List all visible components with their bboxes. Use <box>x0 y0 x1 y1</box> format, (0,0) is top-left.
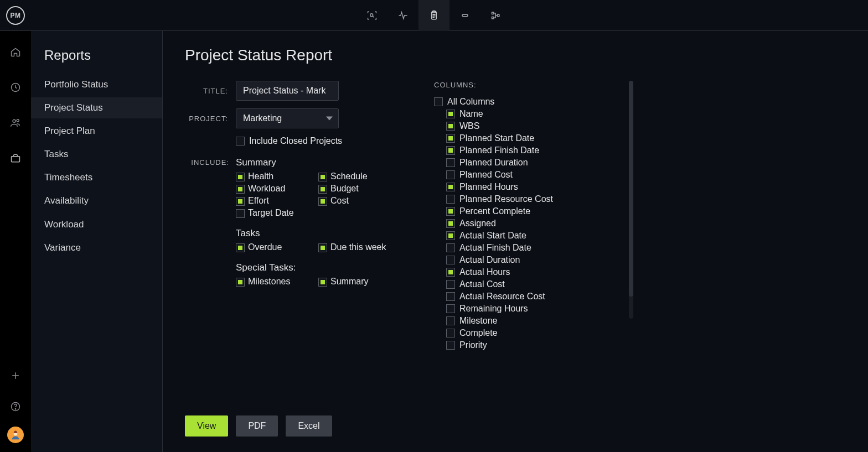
avatar[interactable] <box>7 427 24 443</box>
sidebar-item-portfolio-status[interactable]: Portfolio Status <box>31 74 162 95</box>
summary-option-effort[interactable]: Effort <box>236 196 313 206</box>
column-name[interactable]: Name <box>434 109 611 119</box>
checkbox[interactable] <box>236 185 245 194</box>
summary-option-cost[interactable]: Cost <box>318 196 395 206</box>
content-area: Project Status Report Title: Project: Ma… <box>163 31 868 452</box>
column-planned-hours[interactable]: Planned Hours <box>434 182 611 192</box>
summary-option-health[interactable]: Health <box>236 172 313 181</box>
column-planned-finish-date[interactable]: Planned Finish Date <box>434 146 611 155</box>
pdf-button[interactable]: PDF <box>236 415 278 437</box>
excel-button[interactable]: Excel <box>286 415 332 437</box>
checkbox[interactable] <box>446 316 455 325</box>
columns-scrollbar[interactable] <box>629 81 633 319</box>
checkbox[interactable] <box>446 110 455 118</box>
column-actual-duration[interactable]: Actual Duration <box>434 255 611 265</box>
checkbox[interactable] <box>446 134 455 143</box>
checkbox[interactable] <box>446 183 455 191</box>
checkbox[interactable] <box>446 195 455 204</box>
include-closed-checkbox[interactable] <box>236 137 245 146</box>
clipboard-icon[interactable] <box>418 0 450 31</box>
flow-icon[interactable] <box>480 0 512 31</box>
add-icon[interactable] <box>4 365 27 387</box>
search-scan-icon[interactable] <box>356 0 388 31</box>
checkbox[interactable] <box>236 173 245 181</box>
column-all-columns[interactable]: All Columns <box>434 97 611 107</box>
activity-icon[interactable] <box>388 0 418 31</box>
sidebar-item-workload[interactable]: Workload <box>31 214 162 235</box>
column-actual-resource-cost[interactable]: Actual Resource Cost <box>434 292 611 302</box>
column-actual-finish-date[interactable]: Actual Finish Date <box>434 243 611 253</box>
checkbox[interactable] <box>446 280 455 289</box>
checkbox[interactable] <box>236 243 245 252</box>
checkbox[interactable] <box>446 146 455 155</box>
summary-option-budget[interactable]: Budget <box>318 184 395 194</box>
column-actual-start-date[interactable]: Actual Start Date <box>434 231 611 241</box>
checkbox[interactable] <box>318 185 327 194</box>
checkbox[interactable] <box>318 243 327 252</box>
sidebar-item-availability[interactable]: Availability <box>31 190 162 211</box>
checkbox[interactable] <box>446 219 455 228</box>
column-label: Planned Hours <box>459 182 518 192</box>
attachment-icon[interactable] <box>450 0 480 31</box>
title-label: Title: <box>185 87 236 95</box>
option-label: Budget <box>330 184 359 194</box>
special-option-milestones[interactable]: Milestones <box>236 277 313 287</box>
sidebar-item-project-plan[interactable]: Project Plan <box>31 121 162 142</box>
summary-option-workload[interactable]: Workload <box>236 184 313 194</box>
summary-option-schedule[interactable]: Schedule <box>318 172 395 181</box>
column-remaining-hours[interactable]: Remaining Hours <box>434 304 611 314</box>
checkbox[interactable] <box>446 329 455 337</box>
help-icon[interactable] <box>4 396 27 418</box>
checkbox[interactable] <box>318 278 327 287</box>
tasks-option-due-this-week[interactable]: Due this week <box>318 242 395 252</box>
checkbox[interactable] <box>236 209 245 218</box>
column-milestone[interactable]: Milestone <box>434 316 611 326</box>
column-planned-duration[interactable]: Planned Duration <box>434 158 611 168</box>
tasks-option-overdue[interactable]: Overdue <box>236 242 313 252</box>
sidebar-item-variance[interactable]: Variance <box>31 237 162 258</box>
logo[interactable]: PM <box>0 0 31 31</box>
column-planned-start-date[interactable]: Planned Start Date <box>434 133 611 143</box>
briefcase-icon[interactable] <box>4 147 27 169</box>
sidebar-item-timesheets[interactable]: Timesheets <box>31 167 162 188</box>
project-select[interactable]: Marketing <box>236 108 339 128</box>
column-complete[interactable]: Complete <box>434 328 611 338</box>
checkbox[interactable] <box>318 173 327 181</box>
checkbox[interactable] <box>434 97 443 106</box>
column-wbs[interactable]: WBS <box>434 121 611 131</box>
checkbox[interactable] <box>446 292 455 301</box>
column-actual-cost[interactable]: Actual Cost <box>434 279 611 289</box>
column-assigned[interactable]: Assigned <box>434 219 611 228</box>
checkbox[interactable] <box>446 122 455 131</box>
checkbox[interactable] <box>446 170 455 179</box>
title-input[interactable] <box>236 81 339 101</box>
checkbox[interactable] <box>446 256 455 264</box>
checkbox[interactable] <box>318 197 327 206</box>
column-priority[interactable]: Priority <box>434 340 611 350</box>
column-actual-hours[interactable]: Actual Hours <box>434 267 611 277</box>
column-planned-cost[interactable]: Planned Cost <box>434 170 611 180</box>
column-percent-complete[interactable]: Percent Complete <box>434 206 611 216</box>
column-planned-resource-cost[interactable]: Planned Resource Cost <box>434 194 611 204</box>
view-button[interactable]: View <box>185 415 228 437</box>
checkbox[interactable] <box>446 341 455 350</box>
checkbox[interactable] <box>446 207 455 216</box>
summary-section-title: Summary <box>236 157 395 168</box>
sidebar-item-project-status[interactable]: Project Status <box>31 97 162 118</box>
checkbox[interactable] <box>236 278 245 287</box>
sidebar-item-tasks[interactable]: Tasks <box>31 144 162 165</box>
summary-option-target-date[interactable]: Target Date <box>236 208 313 218</box>
clock-icon[interactable] <box>4 76 27 98</box>
checkbox[interactable] <box>446 158 455 167</box>
tasks-section-title: Tasks <box>236 228 395 239</box>
checkbox[interactable] <box>236 197 245 206</box>
checkbox[interactable] <box>446 304 455 313</box>
checkbox[interactable] <box>446 243 455 252</box>
checkbox[interactable] <box>446 268 455 277</box>
special-section-title: Special Tasks: <box>236 262 395 273</box>
home-icon[interactable] <box>4 41 27 63</box>
people-icon[interactable] <box>4 112 27 134</box>
scroll-thumb[interactable] <box>629 81 633 297</box>
checkbox[interactable] <box>446 231 455 240</box>
special-option-summary[interactable]: Summary <box>318 277 395 287</box>
